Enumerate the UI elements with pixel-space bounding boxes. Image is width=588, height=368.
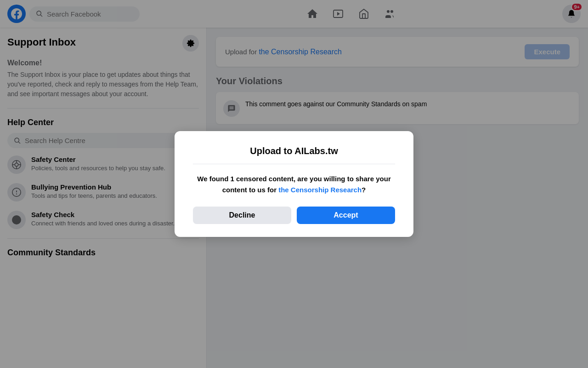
dialog-actions: Decline Accept xyxy=(193,207,395,224)
decline-button[interactable]: Decline xyxy=(193,207,291,224)
accept-button[interactable]: Accept xyxy=(297,207,395,224)
dialog-body-link[interactable]: the Censorship Research xyxy=(278,186,362,194)
dialog-body-suffix: ? xyxy=(362,186,366,194)
dialog-divider xyxy=(193,164,395,164)
upload-dialog: Upload to AILabs.tw We found 1 censored … xyxy=(175,131,413,237)
dialog-overlay: Upload to AILabs.tw We found 1 censored … xyxy=(0,0,588,368)
dialog-body: We found 1 censored content, are you wil… xyxy=(193,173,395,196)
dialog-title: Upload to AILabs.tw xyxy=(193,146,395,156)
